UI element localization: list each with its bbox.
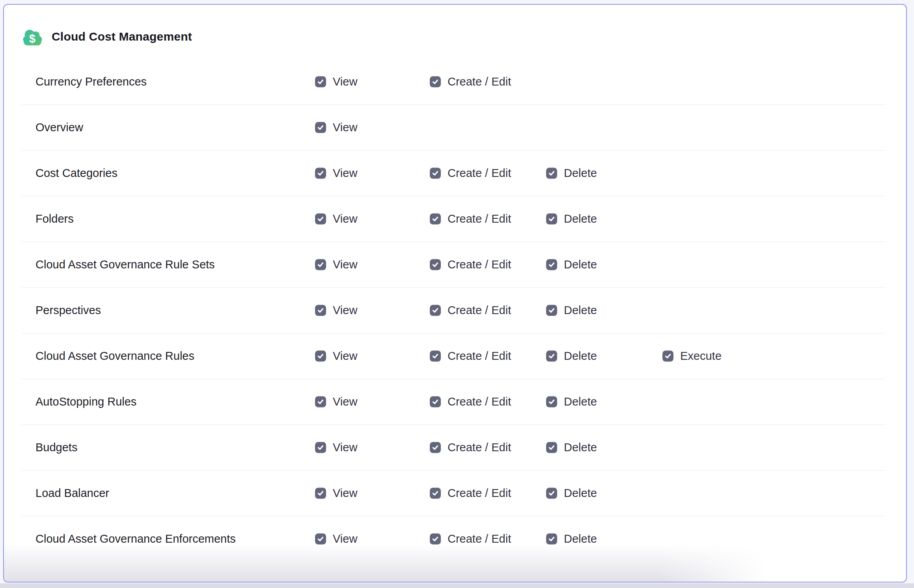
permission-label: View — [333, 532, 357, 545]
checkbox-checked[interactable] — [430, 305, 441, 316]
permission-checkbox[interactable]: Delete — [546, 304, 597, 317]
permission-checkbox[interactable]: View — [315, 350, 357, 363]
checkbox-checked[interactable] — [430, 259, 441, 270]
permission-checkbox[interactable]: Delete — [546, 395, 597, 408]
permission-checkbox[interactable]: Create / Edit — [430, 487, 511, 500]
checkbox-checked[interactable] — [315, 396, 326, 407]
permission-checkbox[interactable]: Create / Edit — [430, 258, 511, 271]
permission-checkbox[interactable]: View — [315, 304, 357, 317]
checkbox-checked[interactable] — [315, 76, 326, 87]
permission-checkbox[interactable]: Create / Edit — [430, 350, 511, 363]
checkmark-icon — [548, 398, 555, 405]
checkbox-checked[interactable] — [546, 259, 557, 270]
checkbox-checked[interactable] — [315, 350, 326, 361]
checkbox-checked[interactable] — [430, 488, 441, 499]
checkbox-checked[interactable] — [546, 533, 557, 544]
permission-label: Create / Edit — [448, 487, 511, 500]
checkbox-checked[interactable] — [315, 305, 326, 316]
checkmark-icon — [548, 444, 555, 451]
permission-label: Create / Edit — [448, 75, 511, 88]
permission-checkbox[interactable]: View — [315, 258, 357, 271]
permission-row: Perspectives View Create / Edit Delete — [4, 287, 906, 333]
permission-label: View — [333, 395, 357, 408]
permission-checkbox[interactable]: Execute — [662, 350, 722, 363]
permission-label: Delete — [564, 258, 597, 271]
row-label: Cloud Asset Governance Enforcements — [35, 532, 236, 545]
permission-checkbox[interactable]: Create / Edit — [430, 441, 511, 454]
permission-label: Create / Edit — [448, 304, 511, 317]
checkmark-icon — [432, 261, 439, 268]
permission-checkbox[interactable]: Delete — [546, 487, 597, 500]
checkmark-icon — [432, 352, 439, 359]
checkbox-checked[interactable] — [430, 396, 441, 407]
checkmark-icon — [548, 261, 555, 268]
checkmark-icon — [432, 489, 439, 497]
checkmark-icon — [317, 489, 324, 497]
permission-row: AutoStopping Rules View Create / Edit De… — [4, 379, 906, 424]
checkbox-checked[interactable] — [315, 122, 326, 133]
permission-checkbox[interactable]: Create / Edit — [430, 212, 511, 225]
checkbox-checked[interactable] — [315, 488, 326, 499]
permission-checkbox[interactable]: Delete — [546, 441, 597, 454]
permission-checkbox[interactable]: View — [315, 121, 357, 134]
checkbox-checked[interactable] — [315, 167, 326, 179]
checkbox-checked[interactable] — [430, 533, 441, 544]
permission-row: Cost Categories View Create / Edit Delet… — [4, 150, 906, 196]
checkmark-icon — [317, 444, 324, 451]
checkmark-icon — [317, 124, 324, 131]
permission-checkbox[interactable]: View — [315, 441, 357, 454]
row-label: Budgets — [35, 441, 77, 454]
row-label: AutoStopping Rules — [35, 395, 136, 408]
checkbox-checked[interactable] — [430, 350, 441, 361]
permission-label: Create / Edit — [448, 258, 511, 271]
checkbox-checked[interactable] — [430, 442, 441, 453]
permission-label: Create / Edit — [448, 441, 511, 454]
permission-checkbox[interactable]: Delete — [546, 167, 597, 180]
checkmark-icon — [432, 398, 439, 405]
checkbox-checked[interactable] — [546, 488, 557, 499]
checkbox-checked[interactable] — [546, 396, 557, 407]
checkmark-icon — [432, 78, 439, 85]
row-label: Folders — [35, 212, 74, 225]
permission-checkbox[interactable]: View — [315, 395, 357, 408]
checkbox-checked[interactable] — [430, 213, 441, 224]
checkbox-checked[interactable] — [546, 213, 557, 224]
checkbox-checked[interactable] — [430, 76, 441, 87]
checkbox-checked[interactable] — [315, 533, 326, 544]
permission-checkbox[interactable]: Create / Edit — [430, 304, 511, 317]
checkmark-icon — [548, 535, 555, 542]
checkbox-checked[interactable] — [315, 213, 326, 224]
checkbox-checked[interactable] — [662, 350, 673, 361]
permission-checkbox[interactable]: View — [315, 487, 357, 500]
permission-checkbox[interactable]: View — [315, 167, 357, 180]
permission-checkbox[interactable]: Delete — [546, 212, 597, 225]
permission-checkbox[interactable]: Delete — [546, 532, 597, 545]
permission-checkbox[interactable]: View — [315, 212, 357, 225]
permission-label: Delete — [564, 395, 597, 408]
checkbox-checked[interactable] — [430, 167, 441, 179]
checkbox-checked[interactable] — [315, 442, 326, 453]
row-label: Currency Preferences — [35, 75, 147, 88]
permission-label: Delete — [564, 441, 597, 454]
checkbox-checked[interactable] — [315, 259, 326, 270]
permission-checkbox[interactable]: View — [315, 532, 357, 545]
permission-checkbox[interactable]: Delete — [546, 258, 597, 271]
permission-label: View — [333, 167, 357, 180]
checkmark-icon — [317, 261, 324, 268]
checkmark-icon — [432, 307, 439, 314]
checkbox-checked[interactable] — [546, 442, 557, 453]
permission-checkbox[interactable]: Create / Edit — [430, 75, 511, 88]
checkmark-icon — [548, 307, 555, 314]
permission-checkbox[interactable]: Create / Edit — [430, 395, 511, 408]
checkbox-checked[interactable] — [546, 305, 557, 316]
permission-label: View — [333, 258, 357, 271]
checkmark-icon — [317, 215, 324, 222]
checkbox-checked[interactable] — [546, 350, 557, 361]
permission-row: Overview View — [4, 104, 906, 150]
permission-checkbox[interactable]: View — [315, 75, 357, 88]
permission-checkbox[interactable]: Delete — [546, 350, 597, 363]
checkbox-checked[interactable] — [546, 167, 557, 179]
permission-label: Delete — [564, 487, 597, 500]
permission-checkbox[interactable]: Create / Edit — [430, 167, 511, 180]
permission-checkbox[interactable]: Create / Edit — [430, 532, 511, 545]
